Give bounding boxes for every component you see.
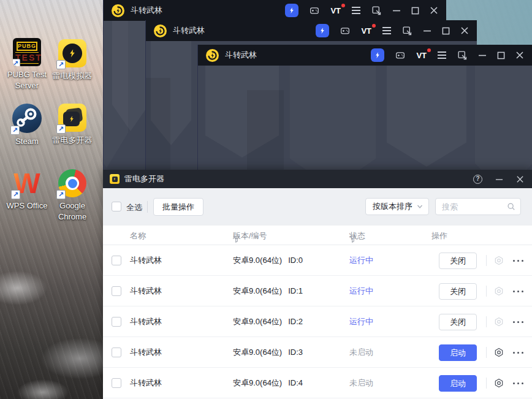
ldplayer-logo-icon — [112, 4, 124, 17]
search-input[interactable] — [442, 202, 507, 211]
more-options-icon[interactable] — [513, 352, 526, 354]
close-button[interactable] — [460, 26, 469, 35]
header-name[interactable]: 名称 — [130, 230, 146, 241]
rotate-screen-icon[interactable] — [402, 26, 412, 36]
settings-gear-icon[interactable] — [493, 255, 504, 266]
window-title: 斗转武林 — [173, 25, 316, 36]
desktop-icon-ld-emulator[interactable]: ↗ 雷电模拟器 — [47, 39, 98, 82]
window-title: 斗转武林 — [131, 5, 285, 16]
gamepad-icon[interactable] — [395, 50, 406, 61]
close-button[interactable] — [515, 51, 524, 59]
shortcut-arrow-icon: ↗ — [56, 190, 66, 199]
more-options-icon[interactable] — [513, 321, 526, 323]
row-checkbox[interactable] — [112, 286, 121, 296]
window-title: 斗转武林 — [225, 50, 371, 61]
row-divider — [486, 347, 487, 358]
icon-label: WPS Office — [1, 200, 53, 211]
sort-dropdown[interactable]: 按版本排序 — [365, 198, 429, 215]
instance-version: 安卓9.0(64位)ID:1 — [233, 286, 303, 297]
row-checkbox[interactable] — [112, 378, 121, 388]
search-box — [435, 198, 521, 215]
instance-version: 安卓9.0(64位)ID:3 — [233, 347, 303, 358]
desktop-icon-ld-multi-opener[interactable]: ↗ 雷电多开器 — [47, 104, 98, 146]
settings-gear-icon[interactable] — [493, 378, 504, 389]
header-version[interactable]: 版本/编号 — [233, 230, 267, 241]
emulator-titlebar[interactable]: 斗转武林 VT — [198, 45, 532, 66]
close-button[interactable] — [430, 6, 438, 15]
more-options-icon[interactable] — [513, 291, 526, 292]
gamepad-icon[interactable] — [309, 5, 320, 16]
settings-gear-icon[interactable] — [493, 316, 504, 327]
emulator-titlebar[interactable]: 斗转武林 VT — [104, 0, 446, 21]
row-checkbox[interactable] — [112, 256, 121, 265]
manager-toolbar: 全选 批量操作 按版本排序 — [103, 188, 532, 226]
settings-gear-icon[interactable] — [493, 286, 504, 297]
more-options-icon[interactable] — [513, 260, 526, 262]
vt-menu[interactable]: VT — [416, 51, 427, 60]
select-all-checkbox[interactable] — [112, 202, 121, 211]
instance-name: 斗转武林 — [130, 316, 162, 327]
instance-version: 安卓9.0(64位)ID:2 — [233, 316, 303, 327]
row-checkbox[interactable] — [112, 317, 121, 327]
desktop-icon-google-chrome[interactable]: ↗ Google Chrome — [47, 169, 98, 222]
filter-icon[interactable] — [349, 235, 357, 243]
desktop-icon-steam[interactable]: ↗ Steam — [1, 104, 53, 147]
table-row: 斗转武林 安卓9.0(64位)ID:4 未启动 启动 — [103, 368, 532, 398]
help-icon[interactable]: ? — [473, 175, 482, 184]
pubg-icon: PUBG TEST ↗ — [13, 38, 41, 66]
manager-titlebar[interactable]: 雷电多开器 ? — [103, 170, 532, 188]
batch-operations-button[interactable]: 批量操作 — [153, 198, 203, 216]
ld-multi-logo-icon — [110, 174, 120, 184]
maximize-button[interactable] — [497, 51, 505, 59]
more-options-icon[interactable] — [513, 382, 526, 384]
action-button[interactable]: 关闭 — [439, 253, 477, 269]
table-header: 名称 版本/编号 状态 操作 — [103, 226, 532, 245]
toolbar-divider — [147, 201, 148, 213]
rotate-screen-icon[interactable] — [457, 50, 468, 61]
rotate-screen-icon[interactable] — [371, 6, 382, 16]
filter-icon[interactable] — [233, 235, 240, 243]
action-button[interactable]: 关闭 — [439, 283, 477, 300]
boost-icon[interactable] — [285, 4, 298, 17]
minimize-button[interactable] — [423, 26, 431, 35]
icon-label: 雷电模拟器 — [47, 70, 98, 82]
minimize-button[interactable] — [495, 175, 503, 183]
table-body: 斗转武林 安卓9.0(64位)ID:0 运行中 关闭 斗转武林 安卓9.0(64… — [103, 245, 532, 399]
boost-icon[interactable] — [371, 48, 384, 62]
shortcut-arrow-icon: ↗ — [11, 190, 20, 199]
minimize-button[interactable] — [392, 6, 401, 15]
status-badge: 运行中 — [349, 255, 373, 266]
header-action: 操作 — [431, 230, 447, 241]
maximize-button[interactable] — [442, 27, 450, 35]
gamepad-icon[interactable] — [340, 25, 351, 36]
emulator-titlebar[interactable]: 斗转武林 VT — [146, 20, 477, 41]
menu-icon[interactable] — [382, 26, 392, 35]
chrome-icon: ↗ — [58, 169, 86, 197]
vt-menu[interactable]: VT — [361, 26, 371, 36]
row-divider — [486, 255, 487, 266]
action-button[interactable]: 关闭 — [439, 314, 477, 330]
row-checkbox[interactable] — [112, 348, 121, 357]
desktop-icon-pubg-test-server[interactable]: PUBG TEST ↗ PUBG Test Server — [1, 38, 53, 91]
shortcut-arrow-icon: ↗ — [10, 126, 20, 135]
menu-icon[interactable] — [437, 51, 447, 59]
notification-dot — [341, 4, 345, 7]
action-button[interactable]: 启动 — [439, 375, 477, 392]
menu-icon[interactable] — [351, 6, 361, 15]
maximize-button[interactable] — [411, 7, 419, 15]
settings-gear-icon[interactable] — [493, 347, 504, 358]
boost-icon[interactable] — [316, 24, 329, 37]
action-button[interactable]: 启动 — [439, 344, 477, 361]
close-button[interactable] — [516, 175, 524, 183]
desktop-icon-wps-office[interactable]: W ↗ WPS Office — [1, 169, 53, 211]
table-row: 斗转武林 安卓9.0(64位)ID:1 运行中 关闭 — [103, 276, 532, 306]
row-divider — [486, 378, 487, 389]
vt-menu[interactable]: VT — [330, 6, 341, 15]
minimize-button[interactable] — [478, 51, 487, 59]
row-divider — [486, 286, 487, 297]
icon-label: PUBG Test Server — [1, 69, 53, 91]
instance-name: 斗转武林 — [130, 347, 162, 358]
notification-dot — [427, 48, 431, 52]
instance-name: 斗转武林 — [130, 255, 162, 266]
header-status[interactable]: 状态 — [349, 230, 365, 241]
